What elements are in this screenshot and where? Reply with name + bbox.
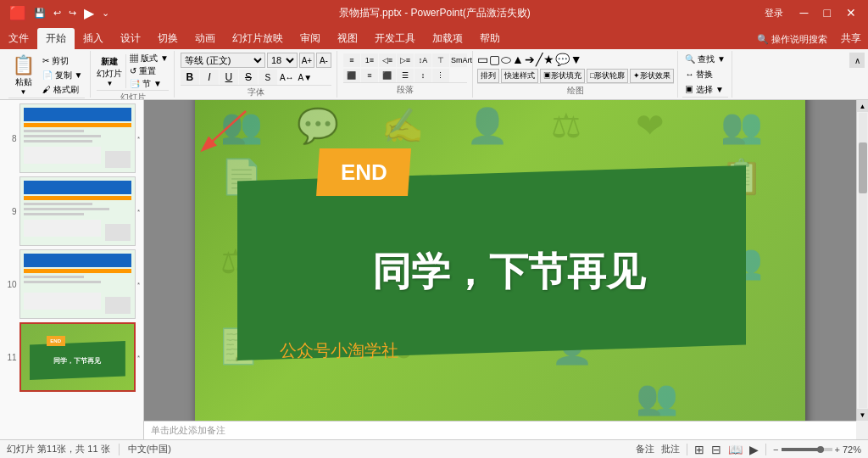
columns-btn[interactable]: ⋮ bbox=[432, 69, 449, 82]
zoom-handle[interactable] bbox=[817, 446, 824, 453]
char-spacing-btn[interactable]: A↔ bbox=[278, 72, 296, 83]
close-btn[interactable]: ✕ bbox=[841, 4, 861, 21]
main-canvas[interactable]: 👥 💬 ✍ 👤 ⚖ ❤ 👥 📄 📋 ⚖ ❤ 👥 📝 ⚖ ✏ 👤 👥 END 同学… bbox=[144, 100, 856, 421]
slide-thumb-8[interactable] bbox=[19, 103, 136, 173]
slide-thumb-11[interactable]: END 同学，下节再见 bbox=[19, 322, 136, 392]
new-slide-btn[interactable]: 新建 幻灯片 ▼ bbox=[97, 56, 122, 87]
callout-shape[interactable]: 💬 bbox=[555, 53, 570, 67]
comments-btn[interactable]: 批注 bbox=[661, 443, 680, 455]
tab-insert[interactable]: 插入 bbox=[75, 28, 112, 49]
align-left-btn[interactable]: ⬛ bbox=[343, 69, 360, 82]
subtitle: 公众号小淘学社 bbox=[280, 339, 398, 362]
tab-animation[interactable]: 动画 bbox=[186, 28, 224, 49]
tab-addins[interactable]: 加载项 bbox=[424, 28, 471, 49]
line-spacing-btn[interactable]: ↕ bbox=[415, 69, 431, 82]
shadow-btn[interactable]: S bbox=[259, 70, 277, 85]
zoom-level[interactable]: 72% bbox=[843, 444, 861, 455]
scroll-down-btn[interactable]: ▼ bbox=[857, 409, 869, 421]
arrow-shape[interactable]: ➔ bbox=[525, 53, 535, 67]
vertical-scrollbar[interactable]: ▲ ▼ bbox=[856, 100, 868, 421]
font-name-select[interactable]: 等线 (正文) bbox=[181, 53, 265, 68]
share-button[interactable]: 共享 bbox=[834, 28, 868, 49]
tab-review[interactable]: 审阅 bbox=[292, 28, 329, 49]
font-size-select[interactable]: 18 bbox=[267, 53, 298, 68]
tab-slideshow[interactable]: 幻灯片放映 bbox=[224, 28, 292, 49]
more-btn[interactable]: ⌄ bbox=[99, 7, 112, 20]
zoom-in-btn[interactable]: + bbox=[835, 444, 840, 455]
paste-btn[interactable]: 📋 粘贴 ▼ bbox=[8, 53, 38, 98]
justify-btn[interactable]: ☰ bbox=[397, 69, 414, 82]
scroll-up-btn[interactable]: ▲ bbox=[857, 100, 869, 112]
search-box[interactable]: 🔍 操作说明搜索 bbox=[750, 30, 834, 49]
shape-outline-btn[interactable]: □形状轮廓 bbox=[587, 69, 628, 83]
scroll-thumb[interactable] bbox=[859, 142, 867, 193]
star-shape[interactable]: ★ bbox=[543, 53, 554, 67]
section-btn[interactable]: 📑 节 ▼ bbox=[130, 78, 168, 90]
reading-view-btn[interactable]: 📖 bbox=[728, 443, 743, 456]
quick-style-btn[interactable]: 快速样式 bbox=[501, 69, 538, 83]
undo-btn[interactable]: ↩ bbox=[51, 7, 64, 20]
underline-btn[interactable]: U bbox=[220, 70, 238, 85]
align-right-btn[interactable]: ⬛ bbox=[379, 69, 396, 82]
tab-file[interactable]: 文件 bbox=[0, 28, 37, 49]
normal-view-btn[interactable]: ⊞ bbox=[694, 443, 704, 456]
shape-effect-btn[interactable]: ✦形状效果 bbox=[630, 69, 674, 83]
notes-area[interactable]: 单击此处添加备注 bbox=[144, 421, 856, 439]
start-btn[interactable]: ▶ bbox=[81, 4, 97, 22]
align-center-btn[interactable]: ≡ bbox=[361, 69, 378, 82]
tab-design[interactable]: 设计 bbox=[112, 28, 149, 49]
ribbon-collapse-btn[interactable]: ∧ bbox=[849, 53, 865, 68]
line-shape[interactable]: ╱ bbox=[536, 53, 542, 67]
decrease-font-btn[interactable]: A- bbox=[316, 53, 331, 68]
slide-item-11[interactable]: 11 END 同学，下节再见 * bbox=[3, 322, 140, 392]
smartart-btn[interactable]: SmArt bbox=[450, 53, 467, 67]
increase-font-btn[interactable]: A+ bbox=[299, 53, 314, 68]
slide-item-8[interactable]: 8 * bbox=[3, 103, 140, 173]
bullets-btn[interactable]: ≡ bbox=[343, 53, 360, 67]
format-painter-btn[interactable]: 🖌 格式刷 bbox=[40, 83, 85, 97]
increase-indent-btn[interactable]: ▷≡ bbox=[397, 53, 414, 67]
reset-btn[interactable]: ↺ 重置 bbox=[130, 65, 168, 77]
slideshow-btn[interactable]: ▶ bbox=[749, 443, 759, 456]
italic-btn[interactable]: I bbox=[200, 70, 219, 85]
numbering-btn[interactable]: 1≡ bbox=[361, 53, 378, 67]
slide-thumb-10[interactable] bbox=[19, 249, 136, 319]
find-btn[interactable]: 🔍 查找 ▼ bbox=[682, 53, 727, 66]
tab-home[interactable]: 开始 bbox=[37, 28, 75, 49]
bold-btn[interactable]: B bbox=[181, 70, 199, 85]
font-color-btn[interactable]: A▼ bbox=[297, 72, 314, 83]
oval-shape[interactable]: ⬭ bbox=[501, 53, 511, 67]
text-direction-btn[interactable]: ↕A bbox=[415, 53, 431, 67]
minimize-btn[interactable]: ─ bbox=[795, 4, 814, 21]
layout-btn[interactable]: ▦ 版式 ▼ bbox=[130, 53, 168, 64]
rounded-rect-shape[interactable]: ▢ bbox=[489, 53, 500, 67]
save-btn[interactable]: 💾 bbox=[31, 7, 48, 20]
more-shapes[interactable]: ▼ bbox=[570, 53, 582, 67]
arrange-btn[interactable]: 排列 bbox=[477, 69, 499, 83]
slide-thumb-9[interactable] bbox=[19, 176, 136, 246]
slide-canvas[interactable]: 👥 💬 ✍ 👤 ⚖ ❤ 👥 📄 📋 ⚖ ❤ 👥 📝 ⚖ ✏ 👤 👥 END 同学… bbox=[195, 100, 805, 421]
triangle-shape[interactable]: ▲ bbox=[512, 53, 524, 67]
shape-fill-btn[interactable]: ▣形状填充 bbox=[540, 69, 585, 83]
zoom-out-btn[interactable]: − bbox=[773, 444, 778, 455]
zoom-slider[interactable] bbox=[782, 448, 832, 451]
tab-view[interactable]: 视图 bbox=[329, 28, 366, 49]
maximize-btn[interactable]: □ bbox=[819, 4, 836, 21]
align-text-btn[interactable]: ⊤ bbox=[432, 53, 449, 67]
tab-transition[interactable]: 切换 bbox=[149, 28, 186, 49]
tab-help[interactable]: 帮助 bbox=[471, 28, 509, 49]
slide-item-10[interactable]: 10 * bbox=[3, 249, 140, 319]
tab-dev[interactable]: 开发工具 bbox=[366, 28, 424, 49]
decrease-indent-btn[interactable]: ◁≡ bbox=[379, 53, 396, 67]
notes-btn[interactable]: 备注 bbox=[636, 443, 654, 455]
login-button[interactable]: 登录 bbox=[758, 5, 790, 21]
cut-btn[interactable]: ✂ 剪切 bbox=[40, 54, 85, 68]
rect-shape[interactable]: ▭ bbox=[477, 53, 488, 67]
strikethrough-btn[interactable]: S bbox=[239, 70, 258, 85]
copy-btn[interactable]: 📄 复制 ▼ bbox=[40, 69, 85, 82]
slide-item-9[interactable]: 9 * bbox=[3, 176, 140, 246]
slide-sorter-btn[interactable]: ⊟ bbox=[711, 443, 721, 456]
replace-btn[interactable]: ↔ 替换 bbox=[682, 68, 727, 81]
select-btn[interactable]: ▣ 选择 ▼ bbox=[682, 83, 727, 97]
redo-btn[interactable]: ↪ bbox=[66, 7, 79, 20]
